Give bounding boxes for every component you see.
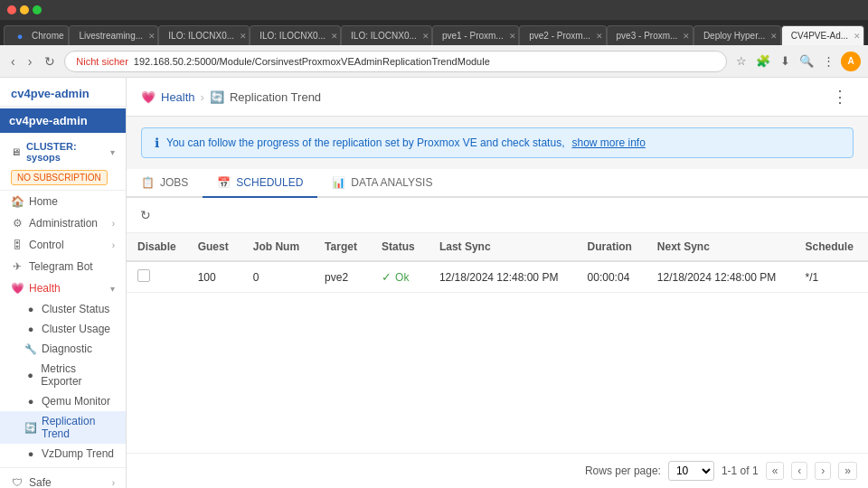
- breadcrumb-page: Replication Trend: [230, 90, 321, 104]
- tab-scheduled[interactable]: 📅 SCHEDULED: [203, 169, 317, 198]
- cluster-usage-icon: ●: [25, 324, 36, 334]
- breadcrumb-separator: ›: [201, 90, 204, 104]
- tab-label: pve3 - Proxm...: [617, 31, 678, 41]
- home-icon: 🏠: [11, 195, 24, 208]
- tab-chrome[interactable]: ● Chrome: [4, 25, 69, 45]
- last-page-button[interactable]: »: [838, 462, 857, 480]
- checkmark-icon: ✓: [382, 270, 392, 284]
- tab-ilo2[interactable]: ILO: ILOCNX0... ✕: [250, 25, 341, 45]
- tab-label: Deploy Hyper...: [703, 31, 765, 41]
- window-controls[interactable]: [7, 5, 42, 14]
- health-icon-breadcrumb: 💗: [141, 90, 156, 104]
- table-area: ↻ Disable Guest Job Num Target Status La…: [127, 198, 868, 453]
- cell-target: pve2: [314, 261, 371, 293]
- close-icon[interactable]: ✕: [596, 32, 603, 41]
- sidebar-item-safe[interactable]: 🛡 Safe ›: [0, 472, 126, 488]
- sidebar-item-diagnostic[interactable]: 🔧 Diagnostic: [0, 339, 126, 359]
- tab-deploy[interactable]: Deploy Hyper... ✕: [693, 25, 781, 45]
- cell-last-sync: 12/18/2024 12:48:00 PM: [429, 261, 577, 293]
- zoom-icon[interactable]: 🔍: [797, 52, 816, 70]
- menu-icon[interactable]: ⋮: [819, 52, 837, 70]
- sidebar-item-vzdump-trend[interactable]: ● VzDump Trend: [0, 444, 126, 464]
- sidebar-divider-1: [0, 467, 126, 468]
- data-analysis-tab-label: DATA ANALYSIS: [351, 176, 432, 189]
- tab-cv4pve[interactable]: CV4PVE-Ad... ✕: [781, 25, 864, 45]
- sidebar-item-replication-trend[interactable]: 🔄 Replication Trend: [0, 411, 126, 444]
- close-icon[interactable]: ✕: [509, 32, 516, 41]
- tab-ilo3[interactable]: ILO: ILOCNX0... ✕: [341, 25, 432, 45]
- close-icon[interactable]: ✕: [148, 32, 156, 41]
- sidebar-item-health[interactable]: 💗 Health ▾: [0, 277, 126, 299]
- replication-icon: 🔄: [25, 422, 36, 433]
- cluster-selector[interactable]: 🖥 CLUSTER: sysops ▾: [0, 136, 126, 167]
- address-input[interactable]: Nicht sicher 192.168.50.2:5000/Module/Co…: [64, 51, 727, 72]
- sidebar-header: cv4pve-admin: [0, 78, 126, 107]
- disable-checkbox[interactable]: [137, 269, 150, 282]
- close-icon[interactable]: ✕: [854, 32, 861, 41]
- extensions-icon[interactable]: 🧩: [754, 52, 772, 70]
- col-job-num: Job Num: [242, 233, 314, 261]
- close-dot[interactable]: [7, 5, 16, 14]
- safe-icon: 🛡: [11, 476, 24, 488]
- sidebar-item-cluster-usage[interactable]: ● Cluster Usage: [0, 319, 126, 339]
- sidebar-label-metrics-exporter: Metrics Exporter: [41, 362, 115, 388]
- cell-schedule: */1: [794, 261, 868, 293]
- prev-page-button[interactable]: ‹: [791, 462, 807, 480]
- sidebar-item-administration[interactable]: ⚙ Administration ›: [0, 212, 126, 234]
- info-banner: ℹ You can follow the progress of the rep…: [141, 127, 854, 158]
- close-icon[interactable]: ✕: [422, 32, 429, 41]
- bookmarks-icon[interactable]: ☆: [732, 52, 750, 70]
- first-page-button[interactable]: «: [766, 462, 785, 480]
- tab-livestreaming[interactable]: Livestreaming... ✕: [69, 25, 158, 45]
- page-info: 1-1 of 1: [722, 465, 759, 477]
- tab-label: CV4PVE-Ad...: [791, 31, 848, 41]
- sidebar-label-diagnostic: Diagnostic: [42, 343, 92, 355]
- breadcrumb-health[interactable]: Health: [161, 90, 195, 104]
- app-container: cv4pve-admin cv4pve-admin 🖥 CLUSTER: sys…: [0, 78, 868, 488]
- table-row[interactable]: 100 0 pve2 ✓ Ok 12/18/2024 12:48:00 PM 0…: [127, 261, 868, 293]
- tab-pve2[interactable]: pve2 - Proxm... ✕: [519, 25, 606, 45]
- downloads-icon[interactable]: ⬇: [776, 52, 794, 70]
- tab-jobs[interactable]: 📋 JOBS: [127, 169, 203, 198]
- sidebar-item-telegram[interactable]: ✈ Telegram Bot: [0, 256, 126, 277]
- close-icon[interactable]: ✕: [683, 32, 690, 41]
- sidebar-item-metrics-exporter[interactable]: ● Metrics Exporter: [0, 359, 126, 391]
- avatar-icon[interactable]: A: [841, 52, 861, 71]
- cell-disable[interactable]: [127, 261, 187, 293]
- reload-button[interactable]: ↻: [41, 52, 59, 70]
- info-link[interactable]: show more info: [571, 136, 645, 149]
- chevron-down-icon: ▾: [110, 147, 115, 157]
- tab-pve1[interactable]: pve1 - Proxm... ✕: [432, 25, 519, 45]
- subscription-area[interactable]: NO SUBSCRIPTION: [0, 167, 126, 186]
- sidebar-item-home[interactable]: 🏠 Home: [0, 191, 126, 212]
- server-icon: 🖥: [11, 146, 21, 157]
- close-icon[interactable]: ✕: [240, 32, 247, 41]
- sidebar-item-cluster-status[interactable]: ● Cluster Status: [0, 299, 126, 319]
- administration-icon: ⚙: [11, 217, 24, 230]
- back-button[interactable]: ‹: [7, 52, 19, 70]
- table-body: 100 0 pve2 ✓ Ok 12/18/2024 12:48:00 PM 0…: [127, 261, 868, 293]
- cell-job-num: 0: [242, 261, 314, 293]
- minimize-dot[interactable]: [20, 5, 29, 14]
- tab-ilo1[interactable]: ILO: ILOCNX0... ✕: [158, 25, 250, 45]
- next-page-button[interactable]: ›: [815, 462, 831, 480]
- chevron-right-icon: ›: [112, 219, 115, 229]
- sidebar-top-bar: cv4pve-admin: [0, 108, 126, 133]
- data-analysis-tab-icon: 📊: [332, 176, 345, 189]
- refresh-button[interactable]: ↻: [137, 205, 154, 225]
- tab-label: pve1 - Proxm...: [442, 31, 504, 41]
- close-icon[interactable]: ✕: [770, 32, 778, 41]
- sidebar-item-control[interactable]: 🎛 Control ›: [0, 234, 126, 256]
- sidebar-item-qemu-monitor[interactable]: ● Qemu Monitor: [0, 391, 126, 411]
- tab-pve3[interactable]: pve3 - Proxm... ✕: [607, 25, 693, 45]
- maximize-dot[interactable]: [33, 5, 42, 14]
- close-icon[interactable]: ✕: [331, 32, 338, 41]
- tab-label: pve2 - Proxm...: [529, 31, 590, 41]
- page-size-select[interactable]: 10 25 50 100: [668, 461, 714, 481]
- forward-button[interactable]: ›: [24, 52, 36, 70]
- col-duration: Duration: [577, 233, 646, 261]
- tab-navigation: 📋 JOBS 📅 SCHEDULED 📊 DATA ANALYSIS: [127, 169, 868, 198]
- tab-data-analysis[interactable]: 📊 DATA ANALYSIS: [317, 169, 447, 198]
- more-options-button[interactable]: ⋮: [826, 85, 854, 108]
- cluster-label: CLUSTER: sysops: [26, 141, 105, 163]
